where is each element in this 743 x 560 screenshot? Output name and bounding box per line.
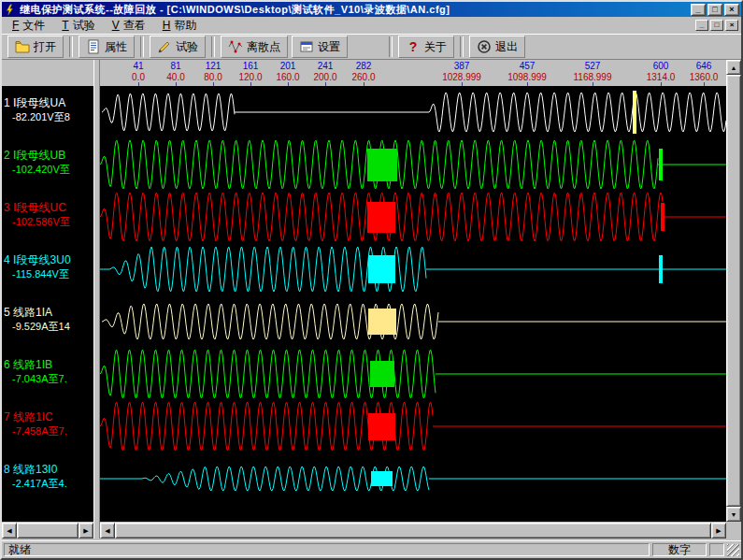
ruler-sample-label: 457 (520, 61, 536, 71)
channel-range: -82.201V至8 (4, 110, 93, 124)
label-horizontal-scrollbar[interactable]: ◀ ▶ (2, 523, 93, 538)
menu-view[interactable]: V查看 (104, 17, 154, 35)
cursor-marker (659, 255, 663, 283)
discrete-points-button[interactable]: 离散点 (221, 36, 288, 58)
channel-label[interactable]: 6 线路1IB-7.043A至7. (2, 348, 93, 400)
about-button[interactable]: ? 关于 (398, 36, 454, 58)
about-button-label: 关于 (424, 39, 447, 55)
discrete-points-button-label: 离散点 (247, 39, 280, 55)
channel-name: 2 Ⅰ段母线UB (4, 149, 93, 163)
channel-label[interactable]: 8 线路13I0-2.417A至4. (2, 452, 93, 505)
channel-label[interactable]: 5 线路1IA-9.529A至14 (2, 295, 93, 348)
question-icon: ? (406, 39, 421, 54)
channel-label[interactable]: 4 Ⅰ段母线3U0-115.844V至 (2, 243, 93, 295)
properties-button[interactable]: 属性 (79, 36, 135, 58)
resize-grip[interactable] (727, 544, 739, 556)
vertical-scrollbar[interactable]: ▲ ▼ (726, 60, 741, 522)
scroll-down-icon[interactable]: ▼ (726, 507, 741, 522)
minimize-button[interactable]: _ (691, 4, 706, 16)
status-blank-panel (709, 543, 724, 556)
ruler-sample-label: 161 (243, 61, 259, 71)
waveform-horizontal-scrollbar[interactable]: ◀ ▶ (100, 523, 726, 538)
status-num-text: 数字 (668, 542, 691, 558)
waveform-trace (100, 193, 726, 241)
waveform-hscroll-thumb[interactable] (115, 523, 711, 538)
toolbar-separator (211, 36, 215, 57)
channel-range: -102.420V至 (4, 163, 93, 177)
toolbar-separator (140, 36, 144, 57)
mdi-minimize-button[interactable]: _ (695, 20, 708, 31)
ruler-sample-label: 527 (585, 61, 601, 71)
ruler-time-label: 200.0 (313, 72, 336, 82)
fault-marker-block (368, 413, 395, 440)
toolbar-separator (69, 36, 73, 57)
waveform-trace (100, 247, 726, 292)
toolbar-separator (389, 36, 393, 57)
scroll-left-icon[interactable]: ◀ (2, 523, 17, 538)
fault-marker-block (367, 202, 395, 233)
ruler-time-label: 1098.999 (507, 72, 547, 82)
ruler-time-label: 120.0 (238, 72, 262, 82)
label-hscroll-thumb[interactable] (17, 523, 79, 538)
properties-icon (86, 39, 101, 54)
open-button[interactable]: 打开 (7, 36, 64, 58)
scroll-up-icon[interactable]: ▲ (726, 60, 741, 75)
title-bar[interactable]: 继电保护测试系统--故障回放 - [C:\WINDOWS\Desktop\测试软… (2, 2, 741, 17)
scroll-left-icon[interactable]: ◀ (100, 523, 115, 538)
channel-label[interactable]: 7 线路1IC-7.458A至7. (2, 400, 93, 452)
scroll-right-icon[interactable]: ▶ (79, 523, 93, 538)
menu-view-accelerator: V (112, 19, 120, 32)
waveform-trace (102, 93, 726, 132)
channel-label[interactable]: 1 Ⅰ段母线UA-82.201V至8 (2, 86, 93, 138)
ruler-sample-label: 600 (653, 61, 669, 71)
properties-button-label: 属性 (105, 39, 127, 55)
scroll-right-icon[interactable]: ▶ (711, 523, 726, 538)
ruler-sample-label: 121 (206, 61, 221, 71)
close-button[interactable]: × (724, 4, 739, 16)
menu-test[interactable]: T试验 (53, 17, 103, 35)
channel-name: 8 线路13I0 (4, 463, 93, 477)
mdi-child-controls: _ □ × (695, 20, 741, 31)
ruler-time-label: 1168.999 (574, 72, 612, 82)
ruler-time-label: 40.0 (166, 72, 184, 82)
settings-button[interactable]: 设置 (292, 36, 348, 58)
status-ready-text: 就绪 (8, 542, 31, 558)
channel-range: -115.844V至 (4, 267, 93, 281)
ruler-sample-label: 81 (170, 61, 180, 71)
status-bar: 就绪 数字 (2, 540, 741, 558)
menu-file[interactable]: F文件 (4, 17, 53, 35)
maximize-button[interactable]: □ (707, 4, 722, 16)
exit-button[interactable]: 退出 (469, 36, 525, 58)
channel-name: 1 Ⅰ段母线UA (4, 96, 93, 110)
ruler-sample-label: 241 (318, 61, 334, 71)
mdi-restore-button[interactable]: □ (710, 20, 723, 31)
mdi-close-button[interactable]: × (725, 20, 738, 31)
fault-marker-block (368, 309, 396, 335)
channel-label[interactable]: 3 Ⅰ段母线UC-102.586V至 (2, 191, 93, 243)
status-ready-panel: 就绪 (4, 543, 650, 556)
test-button[interactable]: 试验 (150, 36, 206, 58)
ruler-time-label: 80.0 (204, 72, 221, 82)
settings-button-label: 设置 (318, 39, 340, 55)
cursor-marker (659, 149, 663, 180)
channel-label[interactable]: 2 Ⅰ段母线UB-102.420V至 (2, 138, 93, 191)
ruler-sample-label: 282 (356, 61, 372, 71)
vertical-scrollbar-thumb[interactable] (726, 75, 741, 507)
ruler-time-label: 260.0 (351, 72, 375, 82)
pencil-icon (157, 39, 172, 54)
menu-help[interactable]: H帮助 (154, 17, 206, 35)
test-button-label: 试验 (176, 39, 198, 55)
channel-name: 4 Ⅰ段母线3U0 (4, 253, 93, 267)
ruler-time-label: 1360.0 (690, 72, 719, 82)
channel-range: -7.458A至7. (4, 424, 93, 438)
open-button-label: 打开 (34, 39, 56, 55)
ruler[interactable]: 410.08140.012180.0161120.0201160.0241200… (100, 60, 726, 87)
waveform-area[interactable] (100, 86, 726, 522)
scrollbar-corner (726, 523, 741, 538)
cursor-marker (661, 203, 664, 231)
folder-icon (15, 39, 30, 54)
menu-file-label: 文件 (22, 19, 45, 32)
menu-test-label: 试验 (73, 19, 95, 32)
panel-splitter[interactable] (93, 60, 100, 538)
menu-help-label: 帮助 (174, 19, 196, 32)
